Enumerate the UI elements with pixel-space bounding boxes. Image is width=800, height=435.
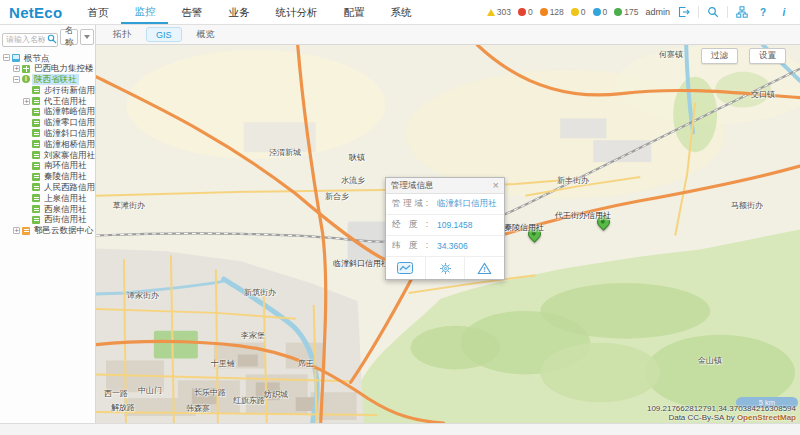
tree-node-label: 鄠邑云数据中心 [32, 225, 95, 236]
nav-item-4[interactable]: 统计分析 [262, 0, 330, 24]
nav-item-3[interactable]: 业务 [215, 0, 262, 24]
logout-icon[interactable] [677, 6, 691, 19]
branch-icon [32, 86, 40, 94]
branch-icon [32, 205, 40, 213]
tree-node-label: 步行街新信用社 [42, 85, 95, 96]
divider [698, 6, 699, 18]
tree-toggle-icon[interactable]: − [13, 76, 20, 83]
tree-toggle-icon[interactable]: + [13, 65, 20, 72]
tree-node-7[interactable]: 临潼斜口信用社 [0, 128, 95, 139]
tree-node-0[interactable]: −根节点 [0, 53, 95, 64]
popup-field-value[interactable]: 临潼斜口信用社 [437, 198, 497, 210]
alarm-badge[interactable]: 303 [487, 7, 511, 17]
search-type-button[interactable]: 名称 [60, 29, 78, 45]
branch-icon [32, 108, 40, 116]
alarm-badge[interactable]: 128 [540, 7, 564, 17]
nav-item-0[interactable]: 首页 [74, 0, 121, 24]
popup-field-value[interactable]: 109.1458 [437, 220, 472, 230]
neteco-logo[interactable]: NetEco [0, 4, 74, 21]
tab-gis[interactable]: GIS [146, 27, 182, 42]
search-type-dropdown-button[interactable] [80, 29, 94, 45]
site-icon [22, 65, 30, 73]
tree-node-label: 代王信用社 [42, 96, 89, 107]
map-label: 草滩街办 [113, 200, 145, 211]
tree-node-10[interactable]: 南环信用社 [0, 160, 95, 171]
nav-item-6[interactable]: 系统 [377, 0, 424, 24]
alarm-badge[interactable]: 0 [518, 7, 533, 17]
tree-node-3[interactable]: 步行街新信用社 [0, 85, 95, 96]
tree-node-13[interactable]: 上泉信用社 [0, 193, 95, 204]
gis-map[interactable]: 何寨镇交口镇泾渭新城耿镇水流乡新合乡西泉街办新丰街办马额街办草滩街办新筑街办谭家… [96, 45, 800, 423]
info-alarm-icon [593, 8, 601, 16]
tree-node-label: 南环信用社 [42, 160, 89, 171]
alarm-count: 0 [581, 7, 586, 17]
tree-node-12[interactable]: 人民西路信用社 [0, 182, 95, 193]
map-label: 交口镇 [751, 89, 775, 100]
popup-field-value[interactable]: 34.3606 [437, 241, 468, 251]
alarm-count: 0 [528, 7, 533, 17]
tree-node-15[interactable]: 西街信用社 [0, 214, 95, 225]
tree-node-9[interactable]: 刘家寨信用社 [0, 150, 95, 161]
tree-node-label: 陕西省联社 [32, 74, 79, 85]
tree-node-label: 人民西路信用社 [42, 182, 95, 193]
branch-icon [32, 97, 40, 105]
nav-item-2[interactable]: 告警 [168, 0, 215, 24]
tree-node-2[interactable]: −陕西省联社 [0, 74, 95, 85]
nav-item-1[interactable]: 监控 [121, 0, 168, 24]
tree-node-8[interactable]: 临潼相桥信用社 [0, 139, 95, 150]
map-label: 长乐中路 [194, 387, 226, 398]
tree-node-1[interactable]: +巴西电力集控楼 [0, 63, 95, 74]
search-box [2, 28, 58, 47]
map-label: 新合乡 [325, 191, 349, 202]
tab-2[interactable]: 概览 [187, 26, 225, 44]
tree-node-6[interactable]: 临潼零口信用社 [0, 117, 95, 128]
close-icon[interactable]: × [493, 180, 499, 191]
branch-icon [32, 129, 40, 137]
tree-toggle-icon[interactable]: + [13, 227, 20, 234]
popup-title: 管理域信息 [391, 180, 434, 192]
branch-icon [32, 194, 40, 202]
search-magnifier-icon[interactable] [47, 30, 57, 48]
map-label: 西一路 [104, 388, 128, 399]
tree-node-14[interactable]: 西泉信用社 [0, 204, 95, 215]
warning-triangle-icon [487, 9, 495, 16]
openstreetmap-link[interactable]: OpenStreetMap [737, 413, 796, 422]
tree-node-16[interactable]: +鄠邑云数据中心 [0, 225, 95, 236]
popup-row-0: 管理域:临潼斜口信用社 [386, 194, 504, 215]
info-icon[interactable]: i [777, 6, 791, 19]
tree-node-11[interactable]: 秦陵信用社 [0, 171, 95, 182]
username[interactable]: admin [645, 7, 670, 17]
tree-node-4[interactable]: +代王信用社 [0, 96, 95, 107]
alarm-warning-icon[interactable]: ! [464, 257, 504, 279]
tree-node-5[interactable]: 临潼韩峪信用社 [0, 106, 95, 117]
monitor-icon [12, 54, 20, 62]
tree-node-label: 秦陵信用社 [42, 171, 89, 182]
domain-info-popup: 管理域信息 × 管理域:临潼斜口信用社经度:109.1458纬度:34.3606… [385, 177, 505, 280]
topology-org-icon[interactable] [735, 6, 749, 19]
attribution-text: Data CC-By-SA by [668, 413, 736, 422]
alarm-count: 0 [603, 7, 608, 17]
performance-chart-icon[interactable] [386, 257, 425, 279]
alarm-count: 175 [624, 7, 638, 17]
map-label: 水流乡 [341, 175, 365, 186]
alarm-badge[interactable]: 175 [614, 7, 638, 17]
tab-0[interactable]: 拓扑 [103, 26, 141, 44]
map-label: 谭家街办 [127, 290, 159, 301]
search-icon[interactable] [706, 6, 720, 19]
map-label: 新筑街办 [244, 287, 276, 298]
tree-node-label: 临潼零口信用社 [42, 117, 95, 128]
settings-button[interactable]: 设置 [749, 48, 786, 64]
tree-toggle-icon[interactable]: + [23, 98, 30, 105]
alarm-badge[interactable]: 0 [571, 7, 586, 17]
tree-node-label: 西泉信用社 [42, 204, 89, 215]
alarm-badge[interactable]: 0 [593, 7, 608, 17]
popup-row-2: 纬度:34.3606 [386, 236, 504, 257]
sidebar-search-row: 名称 [0, 25, 95, 50]
filter-button[interactable]: 过滤 [701, 48, 738, 64]
settings-gear-icon[interactable] [425, 257, 465, 279]
popup-title-bar: 管理域信息 × [386, 178, 504, 194]
tree-toggle-icon[interactable]: − [3, 54, 10, 61]
help-icon[interactable]: ? [756, 6, 770, 19]
nav-item-5[interactable]: 配置 [330, 0, 377, 24]
popup-row-1: 经度:109.1458 [386, 215, 504, 236]
